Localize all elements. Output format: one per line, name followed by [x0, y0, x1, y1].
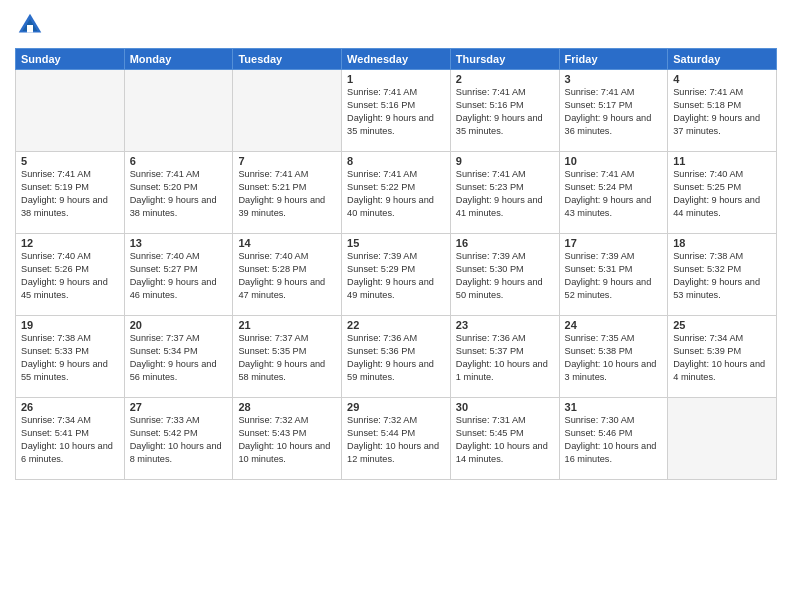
calendar-cell: 2Sunrise: 7:41 AMSunset: 5:16 PMDaylight…	[450, 70, 559, 152]
day-number: 19	[21, 319, 119, 331]
day-number: 13	[130, 237, 228, 249]
day-number: 11	[673, 155, 771, 167]
day-info: Sunrise: 7:31 AMSunset: 5:45 PMDaylight:…	[456, 414, 554, 466]
calendar-cell: 16Sunrise: 7:39 AMSunset: 5:30 PMDayligh…	[450, 234, 559, 316]
day-info: Sunrise: 7:40 AMSunset: 5:28 PMDaylight:…	[238, 250, 336, 302]
day-number: 22	[347, 319, 445, 331]
day-number: 3	[565, 73, 663, 85]
page-container: SundayMondayTuesdayWednesdayThursdayFrid…	[0, 0, 792, 612]
dow-friday: Friday	[559, 49, 668, 70]
day-info: Sunrise: 7:41 AMSunset: 5:18 PMDaylight:…	[673, 86, 771, 138]
dow-sunday: Sunday	[16, 49, 125, 70]
page-header	[15, 10, 777, 40]
day-info: Sunrise: 7:32 AMSunset: 5:44 PMDaylight:…	[347, 414, 445, 466]
dow-tuesday: Tuesday	[233, 49, 342, 70]
day-info: Sunrise: 7:38 AMSunset: 5:33 PMDaylight:…	[21, 332, 119, 384]
dow-saturday: Saturday	[668, 49, 777, 70]
calendar-cell: 18Sunrise: 7:38 AMSunset: 5:32 PMDayligh…	[668, 234, 777, 316]
day-number: 21	[238, 319, 336, 331]
day-number: 23	[456, 319, 554, 331]
calendar-cell: 29Sunrise: 7:32 AMSunset: 5:44 PMDayligh…	[342, 398, 451, 480]
calendar-cell: 11Sunrise: 7:40 AMSunset: 5:25 PMDayligh…	[668, 152, 777, 234]
calendar-cell: 20Sunrise: 7:37 AMSunset: 5:34 PMDayligh…	[124, 316, 233, 398]
calendar-cell: 26Sunrise: 7:34 AMSunset: 5:41 PMDayligh…	[16, 398, 125, 480]
logo-icon	[15, 10, 45, 40]
week-row-1: 5Sunrise: 7:41 AMSunset: 5:19 PMDaylight…	[16, 152, 777, 234]
dow-monday: Monday	[124, 49, 233, 70]
calendar-cell	[16, 70, 125, 152]
day-info: Sunrise: 7:41 AMSunset: 5:24 PMDaylight:…	[565, 168, 663, 220]
week-row-3: 19Sunrise: 7:38 AMSunset: 5:33 PMDayligh…	[16, 316, 777, 398]
day-info: Sunrise: 7:33 AMSunset: 5:42 PMDaylight:…	[130, 414, 228, 466]
calendar-cell: 1Sunrise: 7:41 AMSunset: 5:16 PMDaylight…	[342, 70, 451, 152]
calendar-cell: 12Sunrise: 7:40 AMSunset: 5:26 PMDayligh…	[16, 234, 125, 316]
day-info: Sunrise: 7:40 AMSunset: 5:27 PMDaylight:…	[130, 250, 228, 302]
dow-thursday: Thursday	[450, 49, 559, 70]
day-number: 12	[21, 237, 119, 249]
calendar-cell: 23Sunrise: 7:36 AMSunset: 5:37 PMDayligh…	[450, 316, 559, 398]
day-info: Sunrise: 7:34 AMSunset: 5:41 PMDaylight:…	[21, 414, 119, 466]
calendar-cell: 24Sunrise: 7:35 AMSunset: 5:38 PMDayligh…	[559, 316, 668, 398]
day-info: Sunrise: 7:41 AMSunset: 5:16 PMDaylight:…	[347, 86, 445, 138]
svg-rect-2	[27, 25, 33, 33]
calendar-cell: 17Sunrise: 7:39 AMSunset: 5:31 PMDayligh…	[559, 234, 668, 316]
day-number: 28	[238, 401, 336, 413]
calendar-cell: 5Sunrise: 7:41 AMSunset: 5:19 PMDaylight…	[16, 152, 125, 234]
calendar-cell: 10Sunrise: 7:41 AMSunset: 5:24 PMDayligh…	[559, 152, 668, 234]
day-number: 10	[565, 155, 663, 167]
calendar-cell: 8Sunrise: 7:41 AMSunset: 5:22 PMDaylight…	[342, 152, 451, 234]
calendar-cell: 19Sunrise: 7:38 AMSunset: 5:33 PMDayligh…	[16, 316, 125, 398]
calendar-cell	[668, 398, 777, 480]
calendar-body: 1Sunrise: 7:41 AMSunset: 5:16 PMDaylight…	[16, 70, 777, 480]
day-number: 5	[21, 155, 119, 167]
day-number: 30	[456, 401, 554, 413]
day-number: 8	[347, 155, 445, 167]
calendar-cell: 14Sunrise: 7:40 AMSunset: 5:28 PMDayligh…	[233, 234, 342, 316]
day-info: Sunrise: 7:36 AMSunset: 5:36 PMDaylight:…	[347, 332, 445, 384]
week-row-0: 1Sunrise: 7:41 AMSunset: 5:16 PMDaylight…	[16, 70, 777, 152]
day-info: Sunrise: 7:35 AMSunset: 5:38 PMDaylight:…	[565, 332, 663, 384]
day-info: Sunrise: 7:37 AMSunset: 5:35 PMDaylight:…	[238, 332, 336, 384]
calendar-cell	[124, 70, 233, 152]
calendar-cell: 31Sunrise: 7:30 AMSunset: 5:46 PMDayligh…	[559, 398, 668, 480]
day-number: 31	[565, 401, 663, 413]
day-number: 6	[130, 155, 228, 167]
day-info: Sunrise: 7:39 AMSunset: 5:31 PMDaylight:…	[565, 250, 663, 302]
calendar-cell: 21Sunrise: 7:37 AMSunset: 5:35 PMDayligh…	[233, 316, 342, 398]
day-info: Sunrise: 7:38 AMSunset: 5:32 PMDaylight:…	[673, 250, 771, 302]
day-info: Sunrise: 7:41 AMSunset: 5:16 PMDaylight:…	[456, 86, 554, 138]
calendar-cell: 15Sunrise: 7:39 AMSunset: 5:29 PMDayligh…	[342, 234, 451, 316]
day-number: 17	[565, 237, 663, 249]
calendar-cell	[233, 70, 342, 152]
day-number: 14	[238, 237, 336, 249]
day-info: Sunrise: 7:40 AMSunset: 5:25 PMDaylight:…	[673, 168, 771, 220]
week-row-4: 26Sunrise: 7:34 AMSunset: 5:41 PMDayligh…	[16, 398, 777, 480]
calendar-cell: 28Sunrise: 7:32 AMSunset: 5:43 PMDayligh…	[233, 398, 342, 480]
day-number: 20	[130, 319, 228, 331]
day-info: Sunrise: 7:32 AMSunset: 5:43 PMDaylight:…	[238, 414, 336, 466]
calendar-table: SundayMondayTuesdayWednesdayThursdayFrid…	[15, 48, 777, 480]
day-number: 25	[673, 319, 771, 331]
logo	[15, 10, 49, 40]
day-info: Sunrise: 7:41 AMSunset: 5:19 PMDaylight:…	[21, 168, 119, 220]
day-info: Sunrise: 7:41 AMSunset: 5:21 PMDaylight:…	[238, 168, 336, 220]
calendar-cell: 30Sunrise: 7:31 AMSunset: 5:45 PMDayligh…	[450, 398, 559, 480]
day-number: 18	[673, 237, 771, 249]
day-info: Sunrise: 7:39 AMSunset: 5:30 PMDaylight:…	[456, 250, 554, 302]
day-number: 24	[565, 319, 663, 331]
calendar-cell: 4Sunrise: 7:41 AMSunset: 5:18 PMDaylight…	[668, 70, 777, 152]
day-number: 4	[673, 73, 771, 85]
day-number: 7	[238, 155, 336, 167]
day-number: 15	[347, 237, 445, 249]
day-info: Sunrise: 7:36 AMSunset: 5:37 PMDaylight:…	[456, 332, 554, 384]
calendar-cell: 3Sunrise: 7:41 AMSunset: 5:17 PMDaylight…	[559, 70, 668, 152]
day-info: Sunrise: 7:34 AMSunset: 5:39 PMDaylight:…	[673, 332, 771, 384]
day-info: Sunrise: 7:41 AMSunset: 5:20 PMDaylight:…	[130, 168, 228, 220]
week-row-2: 12Sunrise: 7:40 AMSunset: 5:26 PMDayligh…	[16, 234, 777, 316]
day-info: Sunrise: 7:40 AMSunset: 5:26 PMDaylight:…	[21, 250, 119, 302]
day-number: 27	[130, 401, 228, 413]
day-number: 9	[456, 155, 554, 167]
calendar-cell: 22Sunrise: 7:36 AMSunset: 5:36 PMDayligh…	[342, 316, 451, 398]
day-info: Sunrise: 7:30 AMSunset: 5:46 PMDaylight:…	[565, 414, 663, 466]
dow-wednesday: Wednesday	[342, 49, 451, 70]
